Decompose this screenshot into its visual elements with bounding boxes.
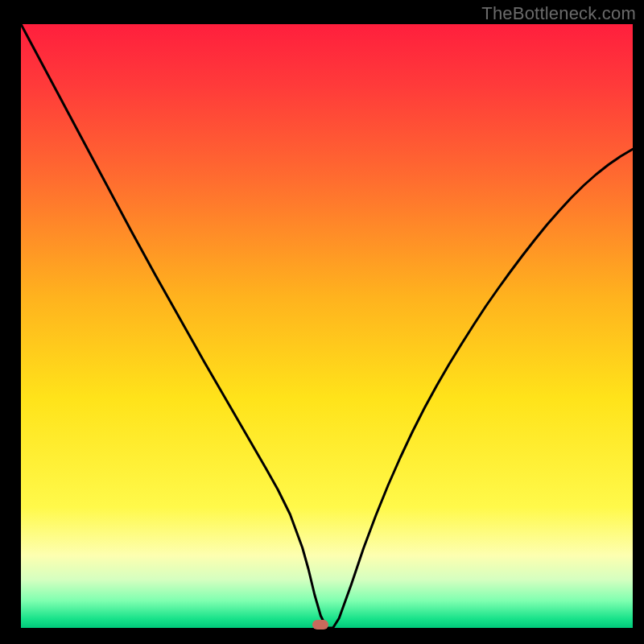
watermark-text: TheBottleneck.com (481, 3, 636, 24)
plot-svg (0, 0, 644, 644)
optimal-point-marker (312, 620, 328, 630)
bottleneck-chart: TheBottleneck.com (0, 0, 644, 644)
gradient-background (21, 24, 633, 628)
